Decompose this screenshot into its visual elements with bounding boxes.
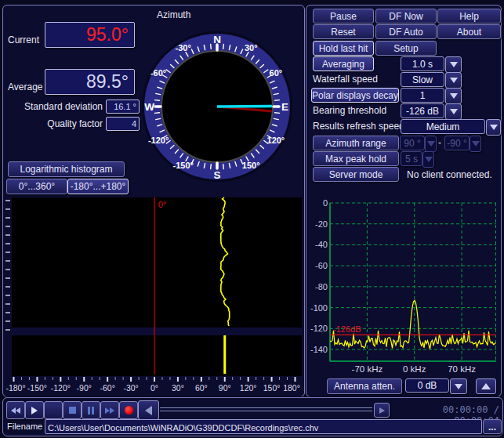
rewind-icon	[11, 407, 20, 414]
slider-end-button[interactable]	[374, 403, 390, 418]
waterfall-speed-dropdown-arrow[interactable]	[445, 72, 462, 89]
svg-text:-150°: -150°	[173, 161, 194, 170]
rewind-button[interactable]	[6, 401, 25, 419]
bearing-threshold-dropdown-arrow[interactable]	[445, 103, 462, 120]
fast-forward-icon	[105, 407, 114, 414]
svg-text:-70 kHz: -70 kHz	[352, 364, 383, 374]
refresh-speed-dropdown-arrow[interactable]	[486, 119, 501, 136]
svg-text:-90°: -90°	[77, 383, 92, 393]
quality-factor-display: 4	[106, 117, 140, 131]
polar-decay-select[interactable]: 1	[401, 88, 444, 103]
svg-text:-20: -20	[315, 219, 328, 229]
svg-text:0°: 0°	[150, 383, 158, 393]
pause-df-button[interactable]: Pause	[313, 9, 374, 24]
unlabeled-button[interactable]	[44, 401, 63, 419]
polar-decay-dropdown-arrow[interactable]	[445, 88, 462, 104]
max-peak-dropdown-arrow[interactable]	[422, 151, 434, 168]
svg-text:120°: 120°	[240, 383, 257, 393]
svg-text:-120: -120	[310, 324, 328, 333]
spectrum-collapse-button[interactable]	[476, 378, 496, 394]
help-button[interactable]: Help	[437, 9, 501, 24]
chevron-down-icon	[450, 78, 458, 83]
bearing-history-waterfall: 0°-180°-150°-120°-90°-60°-30°0°30°60°90°…	[4, 196, 302, 395]
svg-text:N: N	[213, 34, 221, 45]
df-application-window: Current 95.0° Average 89.5° Standard dev…	[0, 0, 504, 438]
antenna-atten-button[interactable]: Antenna atten.	[327, 378, 402, 394]
range-0-360-button[interactable]: 0°...360°	[6, 179, 67, 194]
browse-button[interactable]: ...	[483, 419, 502, 434]
record-button[interactable]	[119, 401, 138, 419]
svg-text:-40: -40	[315, 240, 328, 249]
refresh-speed-select[interactable]: Medium	[401, 119, 485, 134]
refresh-speed-label: Results refresh speed	[313, 121, 404, 132]
svg-text:70 kHz: 70 kHz	[448, 364, 476, 374]
df-now-button[interactable]: DF Now	[375, 9, 437, 24]
svg-text:30°: 30°	[172, 383, 184, 393]
std-dev-display: 16.1 °	[106, 100, 140, 114]
stop-icon	[69, 407, 76, 414]
triangle-right-icon	[379, 407, 385, 414]
azimuth-range-button[interactable]: Azimuth range	[313, 136, 399, 150]
chevron-down-icon	[490, 125, 498, 130]
filename-label: Filename	[7, 422, 42, 431]
position-slider[interactable]	[160, 407, 372, 411]
filename-field-frame	[45, 419, 482, 434]
svg-text:150°: 150°	[242, 161, 260, 170]
averaging-select[interactable]: 1.0 s	[401, 56, 444, 71]
waterfall-speed-select[interactable]: Slow	[401, 72, 444, 87]
logarithmic-histogram-button[interactable]: Logarithmic histogram	[8, 161, 125, 177]
antenna-atten-select[interactable]: 0 dB	[405, 378, 449, 393]
reset-button[interactable]: Reset	[313, 24, 374, 39]
play-button[interactable]	[25, 401, 44, 419]
setup-button[interactable]: Setup	[375, 41, 437, 56]
player-panel: 00:00:00 / 00:00:04 Filename ...	[2, 397, 503, 436]
svg-text:-150°: -150°	[27, 383, 47, 393]
svg-text:-120°: -120°	[51, 383, 71, 393]
filename-input[interactable]	[45, 422, 480, 434]
svg-text:150°: 150°	[263, 383, 281, 393]
about-button[interactable]: About	[437, 24, 501, 39]
chevron-up-icon	[481, 383, 491, 389]
std-dev-value: 16.1 °	[114, 102, 139, 111]
range-pm180-button[interactable]: -180°...+180°	[67, 179, 129, 194]
svg-text:-60: -60	[315, 261, 328, 270]
svg-text:W: W	[144, 101, 154, 113]
std-dev-label: Standard deviation	[3, 101, 103, 112]
svg-text:120°: 120°	[267, 136, 285, 145]
svg-text:-120°: -120°	[148, 136, 169, 145]
chevron-down-icon	[450, 109, 458, 114]
current-label: Current	[8, 34, 39, 45]
azimuth-from-dropdown-arrow[interactable]	[425, 136, 437, 152]
svg-text:180°: 180°	[283, 383, 300, 393]
bearing-threshold-select[interactable]: -126 dB	[401, 103, 444, 118]
svg-text:S: S	[213, 169, 220, 181]
antenna-atten-dropdown-arrow[interactable]	[450, 378, 467, 394]
average-bearing-value: 89.5°	[86, 71, 134, 92]
monitor-button[interactable]	[138, 400, 159, 420]
azimuth-to-dropdown-arrow[interactable]	[470, 136, 481, 152]
svg-text:-100: -100	[310, 303, 328, 313]
fast-forward-button[interactable]	[100, 401, 119, 419]
stop-button[interactable]	[63, 401, 82, 419]
svg-text:-80: -80	[315, 282, 328, 291]
hold-last-hit-toggle[interactable]: Hold last hit	[313, 41, 374, 56]
azimuth-range-to-select[interactable]: -90 °	[444, 136, 470, 150]
server-status-text: No client connected.	[407, 169, 492, 180]
control-panel: Pause DF Now Help Reset DF Auto About Ho…	[306, 5, 502, 397]
averaging-dropdown-arrow[interactable]	[445, 56, 462, 73]
chevron-down-icon	[472, 141, 480, 147]
chevron-down-icon	[450, 62, 458, 67]
averaging-toggle[interactable]: Averaging	[313, 56, 374, 71]
svg-text:-30°: -30°	[123, 383, 138, 393]
polar-decay-toggle[interactable]: Polar displays decay	[311, 88, 399, 103]
svg-text:-30°: -30°	[176, 43, 191, 52]
azimuth-range-from-select[interactable]: 90 °	[400, 136, 425, 150]
max-peak-hold-button[interactable]: Max peak hold	[313, 151, 399, 166]
current-bearing-value: 95.0°	[86, 24, 134, 45]
pause-button[interactable]	[82, 401, 100, 419]
chevron-down-icon	[455, 384, 462, 389]
df-auto-button[interactable]: DF Auto	[375, 24, 437, 39]
quality-factor-value: 4	[132, 119, 139, 129]
server-mode-button[interactable]: Server mode	[313, 167, 399, 182]
max-peak-hold-select[interactable]: 5 s	[401, 151, 422, 166]
